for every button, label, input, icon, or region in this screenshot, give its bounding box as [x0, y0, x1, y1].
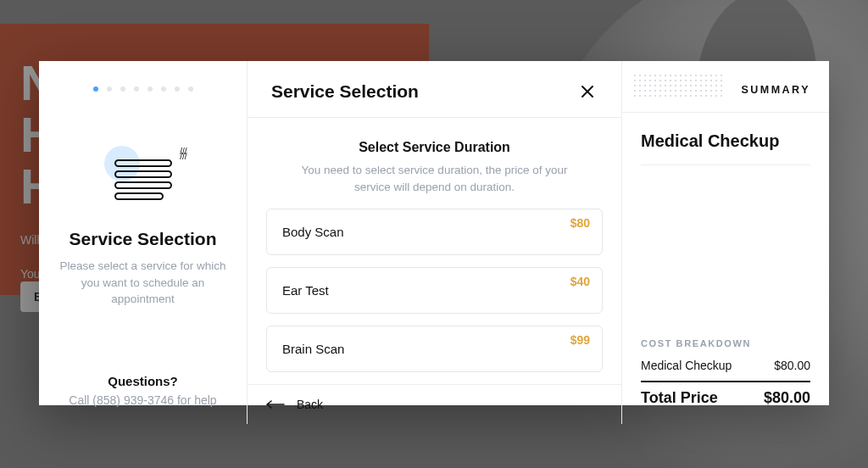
left-panel-footer: Questions? Call (858) 939-3746 for help	[39, 374, 247, 424]
arrow-left-icon	[266, 400, 285, 409]
step-dot-1	[93, 86, 98, 92]
service-option-label: Ear Test	[282, 283, 329, 298]
step-dot-7	[175, 86, 180, 92]
close-icon	[581, 85, 594, 98]
step-dot-8	[188, 86, 193, 92]
duration-section-title: Select Service Duration	[266, 140, 603, 155]
cost-breakdown-label: COST BREAKDOWN	[641, 338, 810, 348]
summary-footer: COST BREAKDOWN Medical Checkup $80.00 To…	[622, 338, 829, 424]
step-dot-2	[107, 86, 112, 92]
middle-body: Select Service Duration You need to sele…	[248, 118, 621, 384]
middle-header-title: Service Selection	[271, 81, 419, 102]
left-panel-subtitle: Please select a service for which you wa…	[39, 249, 247, 308]
service-option-label: Body Scan	[282, 225, 344, 239]
back-button-label: Back	[297, 398, 323, 411]
dot-pattern-icon	[632, 73, 726, 97]
close-button[interactable]	[577, 81, 598, 102]
service-option-brain-scan[interactable]: Brain Scan $99	[266, 326, 603, 372]
middle-header: Service Selection	[248, 61, 621, 118]
step-dot-5	[147, 86, 153, 92]
service-selection-icon: //////	[109, 151, 177, 210]
service-option-ear-test[interactable]: Ear Test $40	[266, 267, 603, 314]
cost-line-amount: $80.00	[774, 359, 810, 372]
service-option-price: $80	[570, 216, 590, 230]
cost-total-label: Total Price	[641, 389, 718, 407]
summary-body: Medical Checkup	[622, 113, 829, 165]
step-dot-6	[161, 86, 166, 92]
service-option-label: Brain Scan	[282, 342, 344, 356]
booking-modal: ////// Service Selection Please select a…	[39, 61, 829, 405]
modal-right-panel: SUMMARY Medical Checkup COST BREAKDOWN M…	[622, 61, 829, 424]
modal-left-panel: ////// Service Selection Please select a…	[39, 61, 248, 424]
modal-middle-panel: Service Selection Select Service Duratio…	[248, 61, 622, 424]
step-indicator	[39, 61, 247, 92]
cost-total-amount: $80.00	[764, 389, 810, 407]
step-dot-3	[120, 86, 125, 92]
service-option-price: $99	[570, 333, 590, 347]
summary-selected-service: Medical Checkup	[641, 131, 810, 165]
step-dot-4	[134, 86, 139, 92]
summary-title: SUMMARY	[741, 84, 810, 96]
cost-line-item: Medical Checkup $80.00	[641, 355, 810, 376]
service-option-price: $40	[570, 275, 590, 288]
summary-header: SUMMARY	[622, 61, 829, 113]
duration-section-hint: You need to select service duration, the…	[266, 155, 603, 209]
questions-label: Questions?	[39, 374, 247, 388]
left-panel-title: Service Selection	[39, 229, 247, 249]
back-button[interactable]: Back	[248, 384, 621, 424]
cost-total-row: Total Price $80.00	[641, 381, 810, 407]
cost-line-label: Medical Checkup	[641, 359, 732, 372]
questions-phone: Call (858) 939-3746 for help	[39, 393, 247, 407]
service-option-body-scan[interactable]: Body Scan $80	[266, 209, 603, 255]
